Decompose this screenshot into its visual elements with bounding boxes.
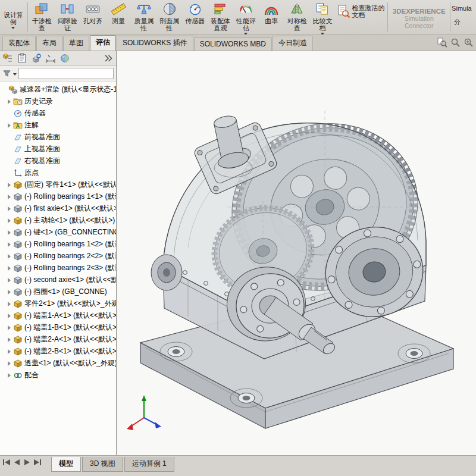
- curvature-button[interactable]: 曲率: [259, 0, 284, 34]
- tree-item-first-axie[interactable]: (-) first axie<1> (默认<<默认>): [0, 203, 116, 215]
- tree-item-assembly-root[interactable]: 减速器+渲染 (默认<显示状态-1>): [0, 84, 116, 96]
- prev-tab-button[interactable]: [12, 459, 21, 466]
- assembly-visualization-button[interactable]: 装配体直观: [208, 0, 233, 34]
- interference-check-button[interactable]: 干涉检查: [29, 0, 55, 34]
- part-icon: [13, 180, 23, 190]
- tree-item-retaining-ring[interactable]: (-) 挡圈<1> (GB_CONNE): [0, 286, 116, 298]
- mates-icon: [13, 371, 23, 380]
- part-icon: [13, 335, 23, 345]
- tree-item-key[interactable]: (-) 键<1> (GB_CONNECTING): [0, 227, 116, 239]
- symmetry-check-button[interactable]: 对称检查: [284, 0, 310, 34]
- tree-item-sensors[interactable]: 传感器: [0, 108, 116, 120]
- hole-alignment-icon: [85, 1, 101, 17]
- filter-funnel-icon[interactable]: [2, 69, 11, 78]
- tab-assembly[interactable]: 装配体: [2, 36, 36, 51]
- clearance-verify-icon: [60, 1, 75, 17]
- propertymanager-tab-icon[interactable]: [17, 53, 27, 64]
- tree-item-part2[interactable]: 零件2<1> (默认<<默认>_外观显示): [0, 298, 116, 310]
- part-icon: [13, 347, 23, 356]
- origin-icon: [13, 168, 23, 178]
- configurationmanager-tab-icon[interactable]: [31, 53, 42, 64]
- next-tab-button[interactable]: [23, 459, 32, 466]
- magnifier-icon[interactable]: [450, 37, 461, 48]
- panel-expand-chevron-icon[interactable]: [103, 53, 114, 64]
- toolbar-separator: [387, 2, 388, 32]
- part-icon: [13, 216, 23, 226]
- history-folder-icon: [13, 97, 23, 107]
- tab-model[interactable]: 模型: [51, 457, 81, 472]
- tab-solidworks-mbd[interactable]: SOLIDWORKS MBD: [194, 37, 272, 51]
- curvature-icon: [264, 1, 279, 17]
- mass-properties-button[interactable]: 质量属性: [131, 0, 156, 34]
- feature-tree: 减速器+渲染 (默认<显示状态-1>) 历史记录 传感器 注解 前视基准面 上视…: [0, 82, 116, 455]
- part-icon: [13, 287, 23, 297]
- last-tab-button[interactable]: [33, 459, 42, 466]
- dimxpert-tab-icon[interactable]: [45, 53, 56, 64]
- document-tab-bar: 模型 3D 视图 运动算例 1: [0, 455, 476, 476]
- tree-filter-input[interactable]: [18, 68, 114, 79]
- mass-properties-icon: [136, 1, 152, 17]
- magnifier-select-icon[interactable]: [463, 37, 474, 48]
- gearbox-model: [117, 51, 476, 458]
- tab-evaluate[interactable]: 评估: [90, 35, 116, 51]
- tab-layout[interactable]: 布局: [36, 36, 62, 51]
- design-study-button[interactable]: 设计算例: [1, 0, 26, 34]
- tree-item-second-axie[interactable]: (-) second axie<1> (默认<<默认>): [0, 274, 116, 286]
- tree-item-right-plane[interactable]: 右视基准面: [0, 155, 116, 167]
- tree-item-mates[interactable]: 配合: [0, 369, 116, 381]
- performance-evaluation-icon: [238, 1, 253, 17]
- sensor-icon: [187, 1, 203, 17]
- part-icon: [13, 323, 23, 333]
- plane-icon: [13, 145, 23, 154]
- tab-motion-study-1[interactable]: 运动算例 1: [124, 457, 174, 472]
- tab-sketch[interactable]: 草图: [63, 36, 89, 51]
- tab-3d-views[interactable]: 3D 视图: [82, 457, 123, 472]
- tree-item-through-cap[interactable]: 透盖<1> (默认<<默认>_外观): [0, 358, 116, 369]
- tree-item-top-plane[interactable]: 上视基准面: [0, 143, 116, 155]
- tree-item-annotations[interactable]: 注解: [0, 120, 116, 131]
- tree-item-drive-gear[interactable]: (-) 主动轮<1> (默认<<默认>): [0, 215, 116, 227]
- tab-today-manufacture[interactable]: 今日制造: [273, 36, 313, 51]
- tree-item-endcap-1b[interactable]: (-) 端盖1-B<1> (默认<<默认>): [0, 322, 116, 334]
- performance-evaluation-button[interactable]: 性能评估: [233, 0, 259, 34]
- tree-item-front-plane[interactable]: 前视基准面: [0, 131, 116, 143]
- clearance-verify-button[interactable]: 间隙验证: [55, 0, 80, 34]
- tree-item-endcap-2b[interactable]: (-) 端盖2-B<1> (默认<<默认>): [0, 346, 116, 358]
- featuremanager-tree-tab-icon[interactable]: [2, 53, 13, 64]
- interference-check-icon: [34, 1, 49, 17]
- section-properties-icon: [162, 1, 177, 17]
- tree-item-part1[interactable]: (固定) 零件1<1> (默认<<默认>_显示状态): [0, 179, 116, 191]
- 3dexperience-connector: 3DEXPERIENCE Simulation Connector: [389, 0, 449, 34]
- check-active-doc-button[interactable]: 检查激活的文档: [336, 0, 387, 34]
- tree-item-rolling-bearings-1-1[interactable]: (-) Rolling bearings 1<1> (默认<<默认>): [0, 191, 116, 203]
- commandmanager-tab-bar: 装配体 布局 草图 评估 SOLIDWORKS 插件 SOLIDWORKS MB…: [0, 35, 476, 51]
- tree-item-rolling-bearings-1-2[interactable]: (-) Rolling bearings 1<2> (默认<<默认>): [0, 239, 116, 250]
- panel-tab-bar: [0, 51, 116, 66]
- cutoff-toolbar-button[interactable]: Simula 分: [452, 0, 475, 34]
- compare-docs-icon: [315, 1, 330, 17]
- tree-item-rolling-bearings-2-2[interactable]: (-) Rolling bearings 2<2> (默认<<默认>): [0, 250, 116, 262]
- tree-item-origin[interactable]: 原点: [0, 167, 116, 179]
- annotations-folder-icon: [13, 121, 23, 130]
- check-active-doc-icon: [336, 4, 351, 19]
- sensor-button[interactable]: 传感器: [182, 0, 208, 34]
- part-icon: [13, 311, 23, 321]
- tree-item-endcap-2a[interactable]: (-) 端盖2-A<1> (默认<<默认>): [0, 334, 116, 346]
- solidworks-window: 设计算例 干涉检查 间隙验证: [0, 0, 476, 476]
- tab-solidworks-addins[interactable]: SOLIDWORKS 插件: [117, 36, 193, 51]
- first-tab-button[interactable]: [2, 459, 11, 466]
- 3dexperience-brand: 3DEXPERIENCE: [389, 8, 449, 15]
- tree-item-rolling-bearings-2-3[interactable]: (-) Rolling bearings 2<3> (默认<<默认>): [0, 262, 116, 274]
- magnifier-doc-icon[interactable]: [437, 37, 447, 48]
- measure-button[interactable]: 测量: [106, 0, 131, 34]
- hole-alignment-button[interactable]: 孔对齐: [80, 0, 106, 34]
- compare-docs-button[interactable]: 比较文档: [310, 0, 336, 34]
- tree-item-history[interactable]: 历史记录: [0, 96, 116, 108]
- section-properties-button[interactable]: 剖面属性: [156, 0, 182, 34]
- quick-search-icons: [437, 37, 474, 48]
- filter-dropdown-arrow-icon[interactable]: [13, 73, 17, 76]
- displaymanager-tab-icon[interactable]: [60, 53, 70, 64]
- plane-icon: [13, 156, 23, 166]
- tree-item-endcap-1a[interactable]: (-) 端盖1-A<1> (默认<<默认>): [0, 310, 116, 322]
- graphics-viewport[interactable]: [117, 51, 476, 455]
